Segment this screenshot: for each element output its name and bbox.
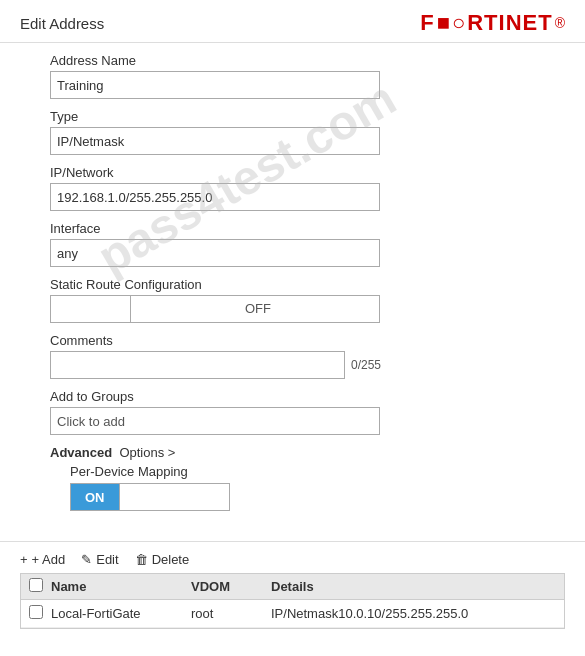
add-to-groups-button[interactable]: Click to add	[50, 407, 380, 435]
th-vdom: VDOM	[191, 579, 271, 594]
table-row: Local-FortiGate root IP/Netmask10.0.10/2…	[21, 600, 564, 628]
logo-reg-icon: ®	[555, 15, 565, 31]
per-device-toggle[interactable]: ON	[70, 483, 230, 511]
delete-icon: 🗑	[135, 552, 148, 567]
logo: F ■ ○ RTINET ®	[420, 10, 565, 36]
add-to-groups-group: Add to Groups Click to add	[50, 389, 555, 435]
per-device-toggle-row: ON	[50, 483, 555, 511]
interface-group: Interface	[50, 221, 555, 267]
logo-circle-icon: ○	[452, 10, 465, 36]
per-device-group: Per-Device Mapping ON	[50, 464, 555, 511]
comments-input[interactable]	[50, 351, 345, 379]
edit-label: Edit	[96, 552, 118, 567]
th-check	[21, 578, 51, 595]
interface-label: Interface	[50, 221, 555, 236]
comments-count: 0/255	[351, 358, 381, 372]
logo-rtinet: RTINET	[467, 10, 552, 36]
advanced-label: Advanced	[50, 445, 112, 460]
address-name-group: Address Name	[50, 53, 555, 99]
td-name: Local-FortiGate	[51, 606, 191, 621]
table-header: Name VDOM Details	[21, 574, 564, 600]
form-area: Address Name Type IP/Network Interface S…	[0, 43, 585, 531]
edit-button[interactable]: ✎ Edit	[81, 552, 118, 567]
row-checkbox[interactable]	[29, 605, 43, 619]
add-button[interactable]: + + Add	[20, 552, 65, 567]
type-group: Type	[50, 109, 555, 155]
ip-network-label: IP/Network	[50, 165, 555, 180]
edit-icon: ✎	[81, 552, 92, 567]
ip-network-group: IP/Network	[50, 165, 555, 211]
page-title: Edit Address	[20, 15, 420, 32]
td-check	[21, 605, 51, 622]
type-input[interactable]	[50, 127, 380, 155]
header: Edit Address F ■ ○ RTINET ®	[0, 0, 585, 43]
options-link[interactable]: Options >	[119, 445, 175, 460]
per-device-label: Per-Device Mapping	[50, 464, 555, 479]
add-label: + Add	[32, 552, 66, 567]
th-name: Name	[51, 579, 191, 594]
action-bar: + + Add ✎ Edit 🗑 Delete	[0, 541, 585, 573]
delete-label: Delete	[152, 552, 190, 567]
data-table: Name VDOM Details Local-FortiGate root I…	[20, 573, 565, 629]
type-label: Type	[50, 109, 555, 124]
interface-input[interactable]	[50, 239, 380, 267]
comments-label: Comments	[50, 333, 555, 348]
static-route-group: Static Route Configuration OFF	[50, 277, 555, 323]
toggle-on-right	[120, 484, 230, 510]
delete-button[interactable]: 🗑 Delete	[135, 552, 190, 567]
add-icon: +	[20, 552, 28, 567]
address-name-input[interactable]	[50, 71, 380, 99]
td-vdom: root	[191, 606, 271, 621]
toggle-on-value: ON	[71, 484, 120, 510]
td-details: IP/Netmask10.0.10/255.255.255.0	[271, 606, 564, 621]
comments-group: Comments 0/255	[50, 333, 555, 379]
ip-network-input[interactable]	[50, 183, 380, 211]
add-to-groups-text: Click to add	[57, 414, 125, 429]
toggle-off-left	[51, 296, 131, 322]
comments-row: 0/255	[50, 351, 555, 379]
toggle-off-value: OFF	[131, 295, 379, 323]
logo-bullet-icon: ■	[437, 10, 450, 36]
select-all-checkbox[interactable]	[29, 578, 43, 592]
add-to-groups-label: Add to Groups	[50, 389, 555, 404]
th-details: Details	[271, 579, 564, 594]
static-route-label: Static Route Configuration	[50, 277, 555, 292]
static-route-toggle[interactable]: OFF	[50, 295, 380, 323]
logo-text: F	[420, 10, 434, 36]
advanced-options-row: Advanced Options >	[50, 445, 555, 460]
address-name-label: Address Name	[50, 53, 555, 68]
